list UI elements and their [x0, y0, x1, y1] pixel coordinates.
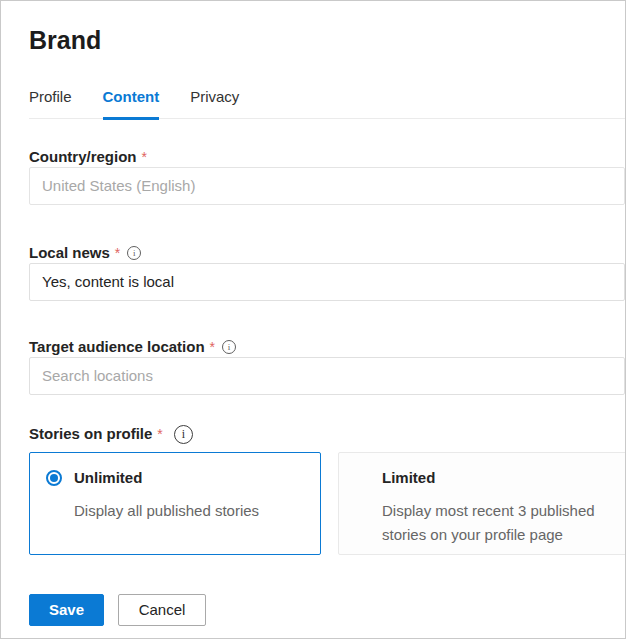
stories-label: Stories on profile	[29, 426, 152, 442]
page-title: Brand	[29, 27, 625, 55]
required-marker: *	[210, 339, 215, 355]
country-input[interactable]	[29, 167, 625, 205]
required-marker: *	[115, 245, 120, 261]
required-marker: *	[142, 149, 147, 165]
local-news-input[interactable]	[29, 263, 625, 301]
tab-profile[interactable]: Profile	[29, 88, 72, 120]
radio-selected-icon[interactable]	[46, 470, 62, 486]
required-marker: *	[157, 426, 162, 442]
info-icon[interactable]: i	[222, 340, 236, 354]
stories-label-row: Stories on profile * i	[29, 425, 625, 444]
stories-field: Stories on profile * i	[29, 425, 625, 444]
stories-option-unlimited[interactable]: Unlimited Display all published stories	[29, 452, 321, 555]
target-audience-label-row: Target audience location * i	[29, 339, 625, 355]
unlimited-title-row: Unlimited	[46, 470, 304, 486]
info-icon[interactable]: i	[174, 425, 193, 444]
unlimited-title: Unlimited	[74, 470, 142, 486]
info-icon[interactable]: i	[127, 246, 141, 260]
country-label: Country/region	[29, 149, 137, 165]
local-news-label: Local news	[29, 245, 110, 261]
tab-content[interactable]: Content	[103, 88, 160, 120]
local-news-label-row: Local news * i	[29, 245, 625, 261]
stories-option-limited[interactable]: Limited Display most recent 3 published …	[338, 452, 626, 555]
limited-description: Display most recent 3 published stories …	[382, 499, 610, 547]
tab-bar: Profile Content Privacy	[29, 88, 625, 119]
local-news-field: Local news * i	[29, 245, 625, 301]
action-buttons: Save Cancel	[29, 594, 625, 626]
limited-title-row: Limited	[382, 470, 610, 486]
save-button[interactable]: Save	[29, 594, 104, 626]
tab-privacy[interactable]: Privacy	[190, 88, 239, 120]
target-audience-input[interactable]	[29, 357, 625, 395]
stories-options: Unlimited Display all published stories …	[29, 452, 626, 555]
target-audience-label: Target audience location	[29, 339, 205, 355]
cancel-button[interactable]: Cancel	[118, 594, 206, 626]
country-field: Country/region *	[29, 149, 625, 205]
country-label-row: Country/region *	[29, 149, 625, 165]
brand-settings-page: Brand Profile Content Privacy Country/re…	[0, 0, 626, 639]
limited-title: Limited	[382, 470, 435, 486]
target-audience-field: Target audience location * i	[29, 339, 625, 395]
unlimited-description: Display all published stories	[74, 499, 304, 523]
